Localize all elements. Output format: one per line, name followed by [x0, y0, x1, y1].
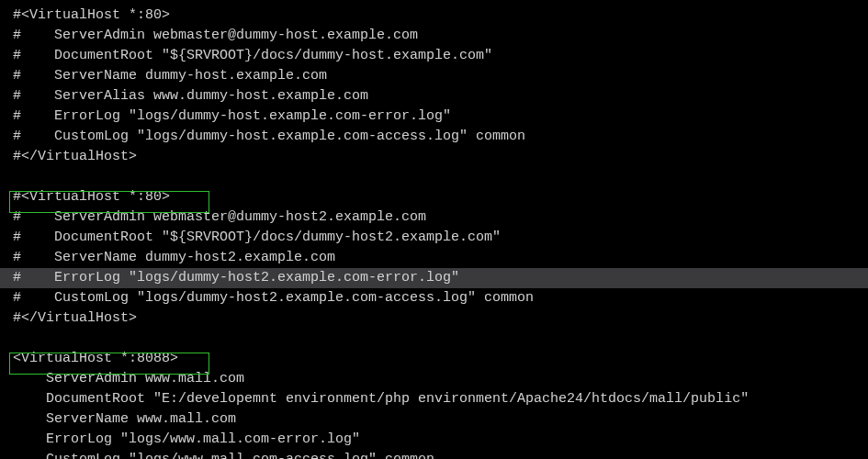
code-line[interactable]: ErrorLog "logs/www.mall.com-error.log" — [0, 430, 868, 450]
code-line[interactable]: # ServerAlias www.dummy-host.example.com — [0, 86, 868, 106]
code-line[interactable]: #<VirtualHost *:80> — [0, 6, 868, 26]
code-line[interactable]: #</VirtualHost> — [0, 308, 868, 329]
code-line[interactable]: # ErrorLog "logs/dummy-host.example.com-… — [0, 106, 868, 127]
code-line[interactable]: # DocumentRoot "${SRVROOT}/docs/dummy-ho… — [0, 228, 868, 248]
code-editor[interactable]: #<VirtualHost *:80># ServerAdmin webmast… — [0, 6, 868, 459]
code-line[interactable]: <VirtualHost *:8088> — [0, 349, 868, 369]
code-line[interactable]: # CustomLog "logs/dummy-host2.example.co… — [0, 288, 868, 308]
code-line[interactable]: # ErrorLog "logs/dummy-host2.example.com… — [0, 268, 868, 288]
code-line[interactable] — [0, 329, 868, 349]
code-line[interactable]: # ServerAdmin webmaster@dummy-host2.exam… — [0, 207, 868, 228]
code-line[interactable] — [0, 167, 868, 187]
code-line[interactable]: # DocumentRoot "${SRVROOT}/docs/dummy-ho… — [0, 46, 868, 66]
code-line[interactable]: # CustomLog "logs/dummy-host.example.com… — [0, 127, 868, 147]
code-line[interactable]: #</VirtualHost> — [0, 147, 868, 167]
code-line[interactable]: # ServerName dummy-host.example.com — [0, 66, 868, 86]
code-line[interactable]: #<VirtualHost *:80> — [0, 187, 868, 207]
code-line[interactable]: DocumentRoot "E:/developemnt environment… — [0, 389, 868, 409]
code-line[interactable]: ServerName www.mall.com — [0, 409, 868, 430]
code-line[interactable]: CustomLog "logs/www.mall.com-access.log"… — [0, 450, 868, 459]
code-line[interactable]: ServerAdmin www.mall.com — [0, 369, 868, 389]
code-line[interactable]: # ServerAdmin webmaster@dummy-host.examp… — [0, 26, 868, 46]
code-line[interactable]: # ServerName dummy-host2.example.com — [0, 248, 868, 268]
